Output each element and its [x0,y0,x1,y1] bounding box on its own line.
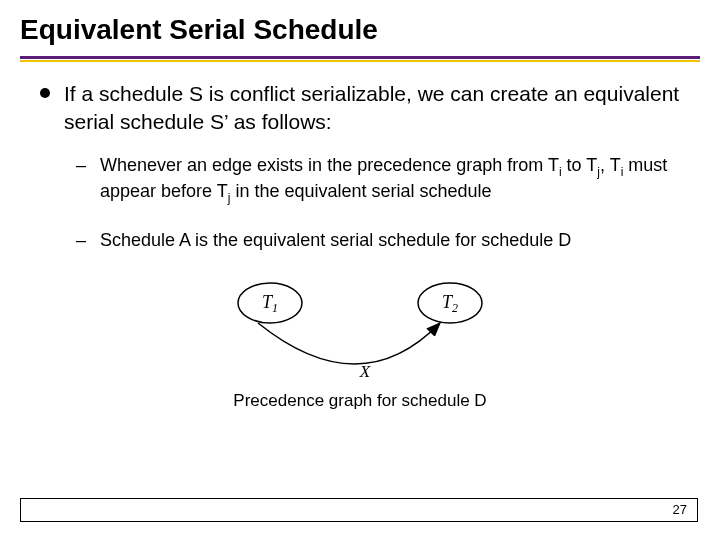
edge-arc [258,323,440,364]
subbullet-2-text: Schedule A is the equivalent serial sche… [100,228,571,252]
bullet-dot-icon [40,88,50,98]
dash-icon: – [76,153,90,177]
graph-caption: Precedence graph for schedule D [233,391,486,411]
content-area: If a schedule S is conflict serializable… [0,62,720,411]
bullet-main-row: If a schedule S is conflict serializable… [40,80,680,137]
subbullet-row-2: – Schedule A is the equivalent serial sc… [76,228,680,252]
node-t2-label: T2 [442,292,458,315]
subbullet-1-text: Whenever an edge exists in the precedenc… [100,153,680,207]
sub1-mid1: to T [562,155,598,175]
page-number: 27 [673,502,687,517]
sub1-suffix: in the equivalent serial schedule [230,181,491,201]
bullet-main-text: If a schedule S is conflict serializable… [64,80,680,137]
page-title: Equivalent Serial Schedule [0,0,720,52]
subbullet-row-1: – Whenever an edge exists in the precede… [76,153,680,207]
node-t1-label: T1 [262,292,278,315]
sub1-prefix: Whenever an edge exists in the precedenc… [100,155,559,175]
dash-icon: – [76,228,90,252]
graph-svg: T1 T2 X [210,275,510,385]
page-footer-box: 27 [20,498,698,522]
sub1-mid2: , T [600,155,621,175]
edge-label: X [359,362,371,381]
precedence-graph: T1 T2 X Precedence graph for schedule D [40,275,680,411]
divider-purple [20,56,700,59]
